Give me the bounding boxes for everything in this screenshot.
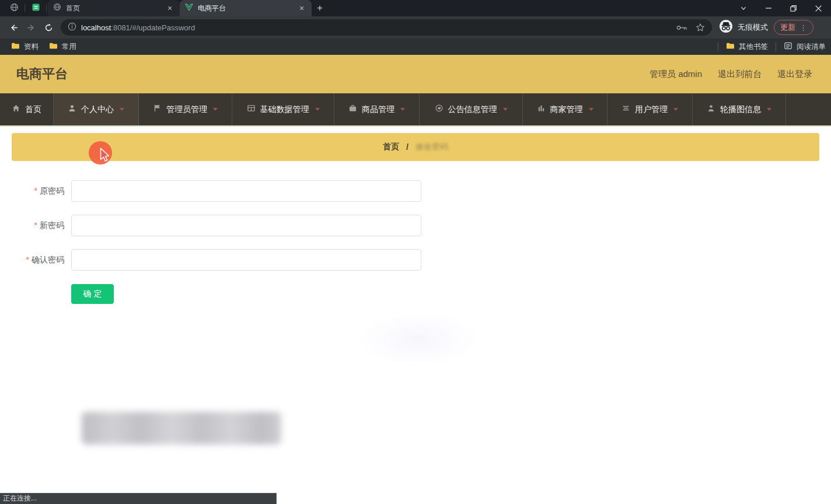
tab-search-chevron-icon[interactable] bbox=[731, 0, 756, 16]
confirm-password-input[interactable] bbox=[71, 249, 421, 271]
chevron-down-icon bbox=[589, 108, 593, 111]
main-nav: 首页 个人中心 管理员管理 基础数据管理 商品管理 bbox=[0, 93, 831, 127]
nav-item-admin-manage[interactable]: 管理员管理 bbox=[139, 93, 232, 125]
nav-label: 商家管理 bbox=[550, 104, 583, 115]
field-label: *确认密码 bbox=[5, 249, 64, 271]
breadcrumb-current: 修改密码 bbox=[416, 142, 448, 152]
chevron-down-icon bbox=[120, 108, 124, 111]
chevron-down-icon bbox=[767, 108, 771, 111]
folder-icon bbox=[11, 41, 20, 52]
list-icon bbox=[621, 104, 630, 115]
other-bookmarks-label: 其他书签 bbox=[739, 42, 768, 52]
nav-label: 首页 bbox=[25, 104, 41, 115]
person-icon bbox=[707, 104, 715, 115]
faint-watermark bbox=[357, 312, 480, 366]
blurred-watermark bbox=[82, 412, 281, 444]
address-bar[interactable]: localhost :8081/#/updatePassword bbox=[61, 19, 712, 36]
bar-chart-icon bbox=[537, 104, 546, 115]
password-key-icon[interactable] bbox=[676, 24, 687, 31]
nav-label: 公告信息管理 bbox=[448, 104, 497, 115]
tab-shop-platform[interactable]: 电商平台 × bbox=[180, 0, 312, 16]
confirm-button[interactable]: 确 定 bbox=[71, 284, 114, 304]
logout-link[interactable]: 退出登录 bbox=[777, 69, 812, 80]
tab-close-icon[interactable]: × bbox=[297, 4, 306, 13]
incognito-badge: 无痕模式 bbox=[719, 19, 768, 36]
browser-update-button[interactable]: 更新 ⋮ bbox=[774, 20, 813, 35]
tab-label: 首页 bbox=[66, 4, 160, 13]
field-label: *原密码 bbox=[5, 180, 64, 202]
site-header: 电商平台 管理员 admin 退出到前台 退出登录 bbox=[0, 55, 831, 93]
screen: 首页 × 电商平台 × + bbox=[0, 0, 831, 504]
tab-divider bbox=[25, 4, 25, 12]
url-path: :8081/#/updatePassword bbox=[111, 23, 195, 32]
reading-list-label: 阅读清单 bbox=[797, 42, 826, 52]
home-icon bbox=[12, 104, 20, 115]
vue-icon bbox=[185, 3, 193, 13]
chevron-down-icon bbox=[213, 108, 218, 111]
nav-item-home[interactable]: 首页 bbox=[0, 93, 54, 125]
bookmarks-divider bbox=[776, 42, 776, 51]
field-label: *新密码 bbox=[5, 215, 64, 236]
nav-item-product-manage[interactable]: 商品管理 bbox=[334, 93, 420, 125]
tab-divider bbox=[46, 4, 47, 12]
nav-item-merchant-manage[interactable]: 商家管理 bbox=[523, 93, 607, 125]
bookmark-label: 资料 bbox=[24, 42, 39, 52]
browser-toolbar: localhost :8081/#/updatePassword 无痕模式 更新… bbox=[0, 16, 831, 38]
window-minimize-button[interactable] bbox=[756, 0, 781, 16]
globe-icon bbox=[53, 3, 61, 13]
nav-item-user-manage[interactable]: 用户管理 bbox=[607, 93, 693, 125]
bookmark-folder-ziliao[interactable]: 资料 bbox=[6, 40, 44, 54]
folder-icon bbox=[726, 41, 735, 52]
admin-user-label: 管理员 admin bbox=[650, 69, 702, 80]
nav-item-announcement-manage[interactable]: 公告信息管理 bbox=[420, 93, 523, 125]
new-tab-button[interactable]: + bbox=[312, 0, 328, 16]
other-bookmarks-button[interactable]: 其他书签 bbox=[721, 40, 773, 54]
nav-item-base-data-manage[interactable]: 基础数据管理 bbox=[232, 93, 334, 125]
status-tooltip: 正在连接... bbox=[0, 493, 277, 504]
nav-item-personal-center[interactable]: 个人中心 bbox=[54, 93, 139, 125]
breadcrumb-home-link[interactable]: 首页 bbox=[383, 142, 399, 152]
mouse-cursor-icon bbox=[97, 147, 112, 166]
chevron-down-icon bbox=[400, 108, 405, 111]
old-password-input[interactable] bbox=[71, 180, 421, 202]
folder-icon bbox=[49, 41, 58, 52]
new-password-input[interactable] bbox=[71, 215, 421, 236]
incognito-label: 无痕模式 bbox=[738, 22, 768, 33]
pinned-tab[interactable] bbox=[26, 0, 45, 16]
tab-home[interactable]: 首页 × bbox=[48, 0, 180, 16]
bookmark-folder-changyong[interactable]: 常用 bbox=[44, 40, 82, 54]
back-button[interactable] bbox=[5, 19, 22, 36]
forward-button[interactable] bbox=[22, 19, 40, 36]
nav-item-carousel-info[interactable]: 轮播图信息 bbox=[693, 93, 786, 125]
breadcrumb: 首页 / 修改密码 bbox=[12, 133, 819, 161]
reading-list-button[interactable]: 阅读清单 bbox=[778, 40, 831, 54]
reading-list-icon bbox=[784, 41, 792, 52]
menu-dots-icon[interactable]: ⋮ bbox=[799, 23, 807, 32]
window-close-button[interactable] bbox=[806, 0, 831, 16]
browser-tab-strip: 首页 × 电商平台 × + bbox=[0, 0, 831, 16]
tab-close-icon[interactable]: × bbox=[165, 4, 174, 13]
bookmark-star-icon[interactable] bbox=[696, 23, 705, 32]
url-host: localhost bbox=[81, 23, 111, 32]
nav-label: 轮播图信息 bbox=[720, 104, 761, 115]
pinned-tab[interactable] bbox=[5, 0, 23, 16]
required-asterisk: * bbox=[34, 220, 37, 230]
bookmarks-divider bbox=[718, 42, 718, 51]
bookmarks-bar: 资料 常用 其他书签 阅读清单 bbox=[0, 38, 831, 55]
nav-label: 基础数据管理 bbox=[260, 104, 309, 115]
chevron-down-icon bbox=[673, 108, 678, 111]
required-asterisk: * bbox=[34, 186, 37, 195]
flag-icon bbox=[153, 104, 162, 115]
exit-to-front-link[interactable]: 退出到前台 bbox=[718, 69, 762, 80]
site-info-icon[interactable] bbox=[68, 22, 76, 33]
reload-button[interactable] bbox=[40, 19, 57, 36]
bookmark-label: 常用 bbox=[62, 42, 76, 52]
required-asterisk: * bbox=[26, 255, 29, 264]
nav-label: 个人中心 bbox=[81, 104, 114, 115]
tab-label: 电商平台 bbox=[198, 4, 292, 13]
user-icon bbox=[68, 104, 76, 115]
window-restore-button[interactable] bbox=[781, 0, 806, 16]
page-content: 电商平台 管理员 admin 退出到前台 退出登录 首页 个人中心 管理员管理 bbox=[0, 55, 831, 504]
table-icon bbox=[247, 104, 256, 115]
notes-icon bbox=[32, 3, 40, 14]
